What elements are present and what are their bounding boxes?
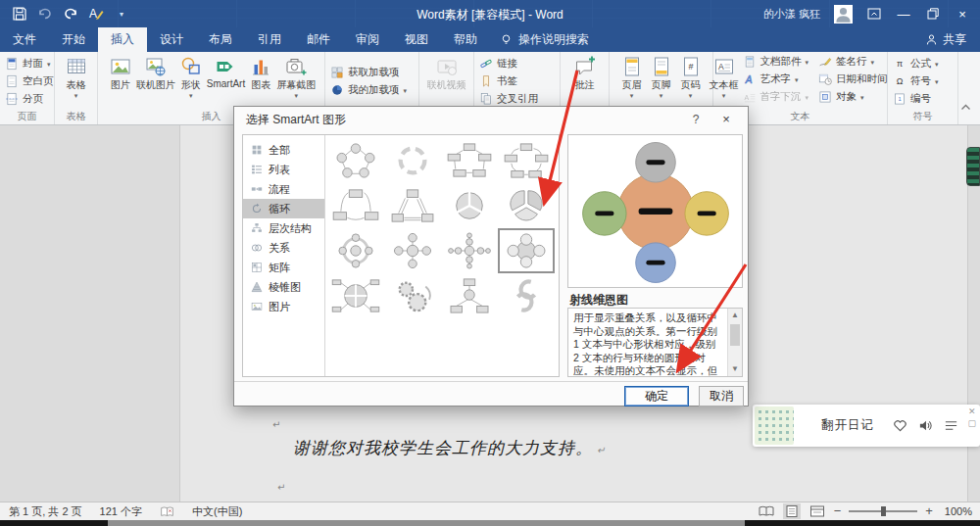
- gallery-item-cycle-multidirectional[interactable]: [384, 183, 441, 228]
- ribbon-button-链接[interactable]: 链接: [475, 55, 521, 72]
- description-scrollbar[interactable]: ▲ ▼: [727, 309, 742, 376]
- zoom-level[interactable]: 100%: [945, 505, 972, 517]
- dialog-title[interactable]: 选择 SmartArt 图形: [234, 107, 748, 133]
- zoom-slider-thumb[interactable]: [881, 506, 886, 516]
- dialog-help-button[interactable]: ?: [687, 113, 705, 128]
- ribbon-button-封面[interactable]: 封面▾: [1, 55, 55, 72]
- widget-thumbnail[interactable]: [755, 406, 794, 445]
- ribbon-button-我的加载项[interactable]: 我的加载项▾: [326, 81, 411, 99]
- ribbon-button-获取加载项[interactable]: 获取加载项: [326, 64, 404, 81]
- widget-close-icon[interactable]: ✕: [968, 407, 976, 415]
- ribbon-button-图片[interactable]: 图片: [106, 53, 135, 92]
- language-indicator[interactable]: 中文(中国): [192, 504, 242, 519]
- gallery-item-cycle-text-arrows[interactable]: [384, 138, 441, 183]
- ribbon-button-艺术字[interactable]: A艺术字▾: [739, 71, 813, 88]
- tab-插入[interactable]: 插入: [98, 27, 147, 52]
- gallery-item-cycle-segmented[interactable]: [441, 183, 498, 228]
- ribbon-button-页眉[interactable]: 页眉▾: [617, 53, 647, 98]
- tab-设计[interactable]: 设计: [147, 27, 196, 52]
- page-indicator[interactable]: 第 1 页, 共 2 页: [9, 504, 82, 519]
- gallery-item-gear-cycle[interactable]: [384, 273, 441, 318]
- ribbon-button-文档部件[interactable]: 文档部件▾: [739, 53, 813, 71]
- gallery-item-quadrant-venn[interactable]: [327, 273, 384, 318]
- undo-icon[interactable]: [37, 6, 53, 22]
- gallery-item-cycle-pie[interactable]: [498, 183, 555, 228]
- dialog-close-button[interactable]: ×: [716, 112, 736, 128]
- tab-文件[interactable]: 文件: [0, 27, 49, 52]
- ribbon-display-options-icon[interactable]: [866, 6, 882, 22]
- tab-视图[interactable]: 视图: [392, 27, 441, 52]
- gallery-item-cycle-circle-nodes[interactable]: [327, 138, 384, 183]
- ribbon-button-页脚[interactable]: 页脚▾: [647, 53, 676, 98]
- redo-icon[interactable]: [63, 6, 78, 22]
- ribbon-button-形状[interactable]: 形状▾: [176, 53, 206, 98]
- gallery-item-radial-cross[interactable]: [384, 228, 441, 273]
- close-icon[interactable]: ×: [955, 6, 970, 22]
- avatar[interactable]: [834, 5, 853, 24]
- gallery-item-radial-tree[interactable]: [441, 273, 498, 318]
- ribbon-button-编号[interactable]: 1编号: [889, 90, 935, 108]
- category-关系[interactable]: 关系: [243, 238, 324, 258]
- ribbon-collapse-icon[interactable]: [958, 52, 977, 124]
- read-mode-icon[interactable]: [758, 503, 775, 519]
- share-button[interactable]: 共享: [925, 27, 980, 52]
- ribbon-button-页码[interactable]: #页码▾: [676, 53, 706, 98]
- category-图片[interactable]: 图片: [243, 297, 324, 316]
- media-widget[interactable]: 翻开日记 ✕ ▢: [753, 405, 980, 447]
- category-列表[interactable]: 列表: [243, 160, 324, 179]
- scroll-up-icon[interactable]: ▲: [728, 309, 742, 322]
- category-流程[interactable]: 流程: [243, 179, 324, 199]
- ribbon-button-文本框[interactable]: A文本框▾: [710, 53, 739, 98]
- minimize-icon[interactable]: —: [896, 6, 911, 22]
- gallery-item-hook-arrows[interactable]: [498, 273, 555, 318]
- zoom-slider[interactable]: [849, 510, 917, 512]
- category-层次结构[interactable]: 层次结构: [243, 218, 324, 238]
- qat-customize-icon[interactable]: ▾: [114, 6, 129, 22]
- tab-引用[interactable]: 引用: [245, 27, 294, 52]
- document-text[interactable]: 谢谢您对我校学生会工作的大力支持。↵: [293, 437, 606, 459]
- gallery-item-cycle-continuous[interactable]: [327, 183, 384, 228]
- ribbon-button-空白页[interactable]: 空白页: [1, 72, 58, 90]
- ribbon-button-联机图片[interactable]: 联机图片: [135, 53, 176, 92]
- gallery-item-radial-venn[interactable]: [498, 228, 555, 273]
- zoom-out-button[interactable]: −: [834, 506, 842, 516]
- gallery-item-cycle-block-alt[interactable]: [498, 138, 555, 183]
- heart-icon[interactable]: [893, 418, 907, 433]
- widget-restore-icon[interactable]: ▢: [967, 419, 976, 427]
- ribbon-button-批注[interactable]: 批注: [570, 53, 600, 92]
- ribbon-button-签名行[interactable]: 签名行▾: [814, 53, 892, 71]
- scroll-down-icon[interactable]: ▼: [728, 362, 742, 376]
- speaker-icon[interactable]: [918, 418, 933, 433]
- ribbon-button-公式[interactable]: π公式▾: [889, 55, 943, 72]
- ok-button[interactable]: 确定: [624, 386, 689, 406]
- ribbon-button-图表[interactable]: 图表: [246, 53, 275, 92]
- tab-开始[interactable]: 开始: [49, 27, 98, 52]
- gallery-item-radial-diverging[interactable]: [441, 228, 498, 273]
- ribbon-button-符号[interactable]: Ω符号▾: [889, 72, 943, 90]
- zoom-in-button[interactable]: +: [925, 506, 933, 516]
- category-循环[interactable]: 循环: [243, 199, 324, 218]
- tab-邮件[interactable]: 邮件: [294, 27, 343, 52]
- ribbon-button-屏幕截图[interactable]: 屏幕截图▾: [275, 53, 317, 98]
- tab-审阅[interactable]: 审阅: [343, 27, 392, 52]
- ribbon-button-对象[interactable]: 对象▾: [814, 88, 892, 106]
- tell-me-search[interactable]: 操作说明搜索: [490, 27, 599, 52]
- playlist-icon[interactable]: [944, 418, 958, 433]
- gallery-item-radial-ring[interactable]: [327, 228, 384, 273]
- category-棱锥图[interactable]: 棱锥图: [243, 277, 324, 297]
- user-name[interactable]: 的小漾 疯狂: [763, 7, 820, 22]
- word-count[interactable]: 121 个字: [100, 504, 142, 519]
- scrollbar-thumb[interactable]: [730, 324, 740, 346]
- ribbon-button-表格[interactable]: 表格▾: [62, 53, 91, 98]
- ribbon-button-分页[interactable]: 分页: [1, 90, 47, 108]
- ribbon-button-日期和时间[interactable]: 日期和时间: [814, 71, 892, 88]
- tab-帮助[interactable]: 帮助: [441, 27, 490, 52]
- print-layout-icon[interactable]: [783, 503, 801, 519]
- gallery-item-cycle-block[interactable]: [441, 138, 498, 183]
- side-panel-handle[interactable]: [966, 147, 980, 186]
- web-layout-icon[interactable]: [808, 503, 826, 519]
- ribbon-button-SmartArt[interactable]: SmartArt: [206, 53, 246, 89]
- ribbon-button-书签[interactable]: 书签: [475, 72, 521, 90]
- cancel-button[interactable]: 取消: [699, 386, 744, 406]
- proofing-icon[interactable]: [160, 505, 174, 518]
